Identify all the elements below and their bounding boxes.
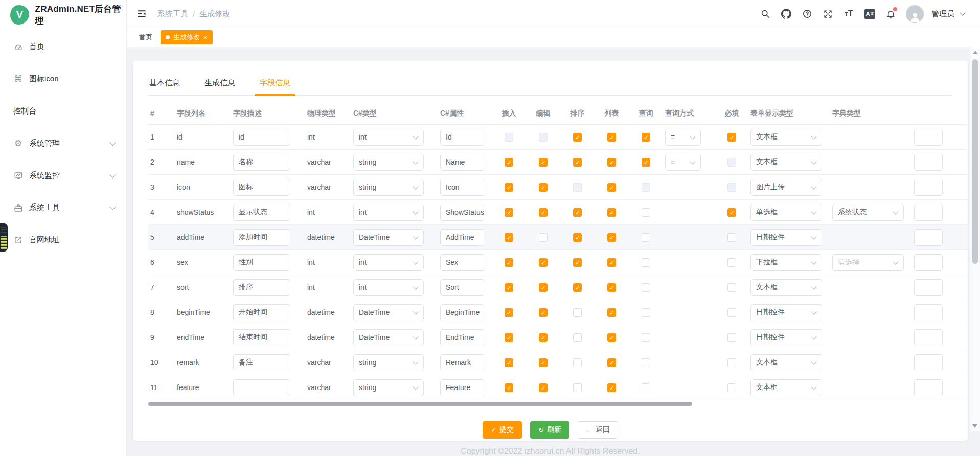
desc-input[interactable]: id [233, 129, 290, 146]
tag-home[interactable]: 首页 [137, 30, 154, 44]
sort-checkbox[interactable] [573, 158, 582, 167]
required-checkbox[interactable] [727, 283, 736, 292]
tab-basic[interactable]: 基本信息 [148, 74, 181, 95]
desc-input[interactable]: 图标 [233, 179, 290, 196]
list-checkbox[interactable] [607, 183, 616, 192]
extra-input[interactable] [914, 329, 943, 346]
horizontal-scrollbar[interactable] [148, 402, 692, 406]
query-checkbox[interactable] [642, 133, 650, 142]
insert-checkbox[interactable] [505, 283, 513, 292]
cs_type-select[interactable]: string [353, 354, 424, 371]
control-select[interactable]: 日期控件 [750, 329, 822, 346]
required-checkbox[interactable] [727, 233, 736, 242]
extra-input[interactable] [914, 154, 943, 171]
cs_type-select[interactable]: DateTime [353, 329, 424, 346]
cs_type-select[interactable]: int [353, 204, 424, 221]
sort-checkbox[interactable] [573, 283, 582, 292]
insert-checkbox[interactable] [505, 183, 513, 192]
cs_type-select[interactable]: int [353, 279, 424, 296]
edit-checkbox[interactable] [539, 183, 548, 192]
query-checkbox[interactable] [642, 158, 650, 167]
cs_prop-input[interactable]: AddTime [440, 229, 484, 246]
sidebar-item-site-link[interactable]: 官网地址 [0, 224, 126, 256]
query_type-select[interactable]: = [665, 129, 701, 146]
insert-checkbox[interactable] [505, 358, 513, 367]
notifications-button[interactable] [882, 5, 900, 23]
cs_type-select[interactable]: int [353, 129, 424, 146]
control-select[interactable]: 文本框 [750, 154, 822, 171]
required-checkbox[interactable] [727, 358, 736, 367]
list-checkbox[interactable] [607, 233, 616, 242]
extra-input[interactable] [914, 379, 943, 396]
cs_prop-input[interactable]: Icon [440, 179, 484, 196]
extra-input[interactable] [914, 354, 943, 371]
desc-input[interactable]: 结束时间 [233, 329, 290, 346]
desc-input[interactable]: 开始时间 [233, 304, 290, 321]
control-select[interactable]: 文本框 [750, 129, 822, 146]
sort-checkbox[interactable] [573, 133, 582, 142]
performance-widget[interactable] [0, 223, 8, 252]
sidebar-item-icons[interactable]: ⌘图标icon [0, 63, 126, 95]
control-select[interactable]: 文本框 [750, 379, 822, 396]
control-select[interactable]: 图片上传 [750, 179, 822, 196]
edit-checkbox[interactable] [539, 308, 548, 317]
extra-input[interactable] [914, 279, 943, 296]
search-button[interactable] [756, 5, 774, 23]
help-button[interactable] [798, 5, 816, 23]
required-checkbox[interactable] [727, 333, 736, 342]
sidebar-item-home[interactable]: 首页 [0, 31, 126, 63]
edit-checkbox[interactable] [539, 333, 548, 342]
extra-input[interactable] [914, 129, 943, 146]
insert-checkbox[interactable] [505, 333, 513, 342]
back-button[interactable]: ← 返回 [578, 421, 618, 439]
control-select[interactable]: 文本框 [750, 354, 822, 371]
scroll-down-icon[interactable] [972, 424, 977, 428]
list-checkbox[interactable] [607, 158, 616, 167]
cs_prop-input[interactable]: Sex [440, 254, 484, 271]
scroll-up-icon[interactable] [973, 51, 978, 54]
sort-checkbox[interactable] [573, 233, 582, 242]
insert-checkbox[interactable] [505, 383, 513, 392]
breadcrumb-item[interactable]: 系统工具 [157, 9, 188, 19]
cs_prop-input[interactable]: EndTime [440, 329, 484, 346]
sidebar-item-console[interactable]: 控制台 [0, 95, 126, 127]
submit-button[interactable]: ✓ 提交 [483, 421, 522, 439]
sort-checkbox[interactable] [573, 258, 582, 267]
query-checkbox[interactable] [642, 208, 650, 217]
query-checkbox[interactable] [642, 283, 650, 292]
cs_prop-input[interactable]: ShowStatus [440, 204, 484, 221]
cs_type-select[interactable]: string [353, 179, 424, 196]
query-checkbox[interactable] [642, 258, 650, 267]
translate-button[interactable]: A文 [861, 5, 879, 23]
extra-input[interactable] [914, 229, 943, 246]
edit-checkbox[interactable] [539, 283, 548, 292]
control-select[interactable]: 日期控件 [750, 304, 822, 321]
list-checkbox[interactable] [607, 283, 616, 292]
list-checkbox[interactable] [607, 358, 616, 367]
extra-input[interactable] [914, 304, 943, 321]
close-icon[interactable]: × [203, 34, 208, 41]
insert-checkbox[interactable] [505, 208, 513, 217]
edit-checkbox[interactable] [539, 383, 548, 392]
fullscreen-button[interactable] [819, 5, 837, 23]
control-select[interactable]: 文本框 [750, 279, 822, 296]
extra-input[interactable] [914, 254, 943, 271]
edit-checkbox[interactable] [539, 233, 548, 242]
sort-checkbox[interactable] [573, 208, 582, 217]
cs_prop-input[interactable]: BeginTime [440, 304, 484, 321]
cs_prop-input[interactable]: Remark [440, 354, 484, 371]
desc-input[interactable]: 备注 [233, 354, 290, 371]
extra-input[interactable] [914, 179, 943, 196]
cs_type-select[interactable]: DateTime [353, 229, 424, 246]
avatar[interactable] [906, 5, 924, 23]
edit-checkbox[interactable] [539, 158, 548, 167]
required-checkbox[interactable] [727, 383, 736, 392]
desc-input[interactable]: 添加时间 [233, 229, 290, 246]
desc-input[interactable]: 排序 [233, 279, 290, 296]
edit-checkbox[interactable] [539, 358, 548, 367]
sort-checkbox[interactable] [573, 358, 582, 367]
control-select[interactable]: 单选框 [750, 204, 822, 221]
control-select[interactable]: 下拉框 [750, 254, 822, 271]
cs_type-select[interactable]: string [353, 379, 424, 396]
tab-fields[interactable]: 字段信息 [259, 74, 291, 95]
